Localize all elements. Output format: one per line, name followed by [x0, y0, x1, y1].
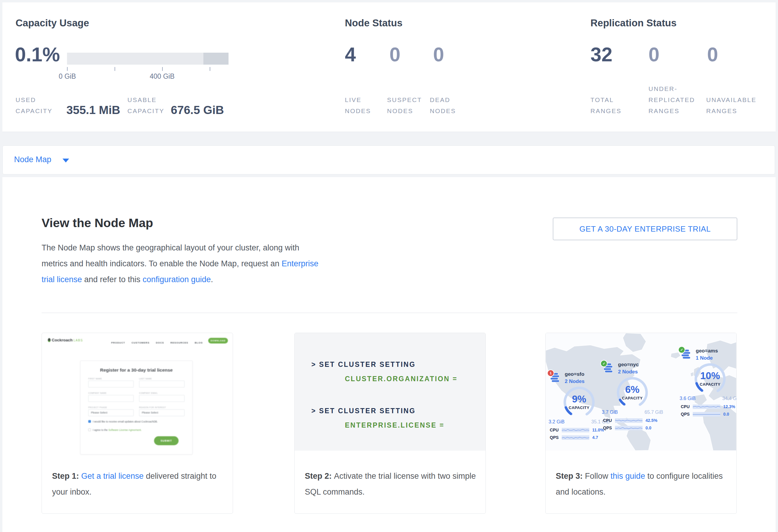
mini-nav-docs: DOCS	[156, 341, 164, 344]
cpu-value: 12.3%	[723, 404, 735, 409]
usable-capacity-value: 676.5 GiB	[171, 103, 224, 117]
mini-nav-customers: CUSTOMERS	[132, 341, 150, 344]
qps-sparkline-icon	[615, 426, 642, 430]
mini-nav-product: PRODUCT	[111, 341, 125, 344]
qps-value: 4.7	[592, 435, 598, 440]
used-capacity: 3.6 GiB	[680, 396, 695, 401]
locality-name: geo=sfo	[565, 371, 585, 377]
mini-download-button: DOWNLOAD	[208, 338, 228, 344]
cpu-sparkline-icon	[615, 418, 642, 423]
qps-sparkline-icon	[562, 435, 589, 440]
mini-field-label: COMPANY NAME	[88, 392, 106, 394]
node-map-dropdown-label[interactable]: Node Map	[14, 155, 52, 164]
node-map-view-selector[interactable]: Node Map	[2, 145, 775, 174]
configuration-guide-link[interactable]: configuration guide	[143, 275, 211, 284]
locality-node-count: 2 Nodes	[618, 369, 638, 375]
mini-last-name-input	[139, 381, 184, 387]
mini-site-nav: PRODUCT CUSTOMERS DOCS RESOURCES BLOG	[106, 339, 203, 345]
capacity-axis-tick	[67, 67, 68, 71]
step-1-card: CockroachLABS PRODUCT CUSTOMERS DOCS RES…	[42, 333, 233, 514]
used-capacity-label: USED CAPACITY	[15, 94, 52, 117]
node-map-description: The Node Map shows the geographical layo…	[42, 240, 319, 288]
replication-status-title: Replication Status	[591, 17, 677, 29]
capacity-axis-tick	[114, 67, 115, 71]
database-nodes-icon: 1	[550, 373, 562, 383]
capacity-usage-title: Capacity Usage	[15, 17, 89, 29]
sql-cluster-organization: CLUSTER.ORGANIZATION =	[345, 375, 458, 383]
live-nodes-label: LIVE NODES	[345, 94, 371, 117]
qps-value: 0.0	[645, 426, 651, 430]
chevron-down-icon	[63, 159, 69, 162]
used-capacity: 3.7 GiB	[602, 409, 618, 415]
used-capacity-value: 355.1 MiB	[66, 103, 120, 117]
capacity-axis-label-400: 400 GiB	[141, 72, 183, 80]
locality-node-count: 2 Nodes	[565, 379, 585, 384]
page-title: View the Node Map	[42, 216, 153, 230]
mini-field-label: LAST NAME	[139, 378, 152, 380]
mini-project-phase-select: Please Select	[88, 409, 134, 416]
sql-set-cluster-setting-1: > SET CLUSTER SETTING	[311, 361, 416, 369]
step-3-card: 1 geo=sfo 2 Nodes 9% CAPACITY 3.2 GiB 35…	[545, 333, 737, 514]
capacity-gauge: 10% CAPACITY	[694, 362, 726, 395]
node-map-enterprise-section: View the Node Map The Node Map shows the…	[2, 177, 776, 532]
mini-license-agree-checkbox: I agree to the Software License Agreemen…	[88, 429, 142, 432]
dead-node-badge: 1	[547, 370, 554, 377]
mini-site-header: CockroachLABS PRODUCT CUSTOMERS DOCS RES…	[48, 338, 228, 345]
node-map-preview: 1 geo=sfo 2 Nodes 9% CAPACITY 3.2 GiB 35…	[546, 333, 736, 451]
capacity-axis-label-0: 0 GiB	[46, 72, 88, 80]
enterprise-trial-license-link[interactable]: Enterprise	[282, 259, 319, 268]
cluster-summary-panel: Capacity Usage 0.1% 0 GiB 400 GiB USED C…	[2, 2, 776, 132]
healthy-node-badge: ✓	[600, 360, 608, 367]
healthy-node-badge: ✓	[678, 346, 685, 353]
node-status-title: Node Status	[345, 17, 403, 29]
checkbox-empty-icon	[88, 429, 91, 431]
total-capacity: 34.4 GiB	[722, 396, 737, 401]
mini-field-label: COMPANY EMAIL	[139, 392, 158, 394]
usable-capacity-label: USABLE CAPACITY	[128, 94, 164, 117]
mini-nav-resources: RESOURCES	[170, 341, 188, 344]
locality-name: geo=ams	[696, 348, 718, 354]
trial-license-form: Register for a 30-day trial license FIRS…	[80, 361, 192, 455]
description-line-2: metrics and health indicators. To enable…	[42, 259, 282, 268]
register-page-screenshot: CockroachLABS PRODUCT CUSTOMERS DOCS RES…	[42, 333, 233, 465]
capacity-axis-tick	[210, 67, 210, 71]
unavailable-ranges-label: UNAVAILABLE RANGES	[706, 94, 757, 117]
get-trial-license-link[interactable]: Get a trial license	[81, 471, 144, 480]
capacity-bar	[67, 53, 229, 65]
mini-software-license-link: Software License Agreement.	[108, 429, 142, 432]
used-capacity: 3.2 GiB	[549, 419, 564, 425]
dead-nodes-label: DEAD NODES	[430, 94, 456, 117]
mini-field-label: PROJECT PHASE	[88, 406, 107, 408]
locality-name: geo=nyc	[618, 362, 639, 368]
under-replicated-ranges-label: UNDER- REPLICATED RANGES	[648, 83, 695, 117]
step-2-caption: Step 2: Activate the trial license with …	[305, 468, 476, 500]
mini-email-updates-checkbox: I would like to receive email updates ab…	[88, 420, 158, 423]
total-ranges-value: 32	[591, 44, 612, 66]
unavailable-ranges-value: 0	[707, 44, 718, 66]
capacity-percent: 0.1%	[15, 44, 60, 66]
mini-company-email-input	[139, 395, 184, 402]
step-2-card: > SET CLUSTER SETTING CLUSTER.ORGANIZATI…	[294, 333, 486, 514]
step-3-caption: Step 3: Follow this guide to configure l…	[556, 468, 727, 500]
qps-value: 0.0	[723, 412, 729, 416]
this-guide-link[interactable]: this guide	[611, 471, 645, 480]
cpu-value: 11.0%	[592, 428, 604, 432]
description-line-1: The Node Map shows the geographical layo…	[42, 243, 299, 252]
mini-field-label: FIRST NAME	[88, 378, 102, 380]
cpu-value: 42.5%	[645, 418, 657, 423]
capacity-gauge: 9% CAPACITY	[563, 386, 596, 419]
description-line-3: and refer to this	[82, 275, 143, 284]
dead-nodes-value: 0	[433, 44, 444, 66]
mini-first-name-input	[88, 381, 134, 387]
capacity-gauge: 6% CAPACITY	[616, 376, 649, 409]
cpu-sparkline-icon	[562, 428, 589, 432]
sql-commands-panel: > SET CLUSTER SETTING CLUSTER.ORGANIZATI…	[295, 333, 485, 451]
under-replicated-ranges-value: 0	[648, 44, 659, 66]
qps-sparkline-icon	[693, 412, 720, 416]
total-ranges-label: TOTAL RANGES	[591, 94, 622, 117]
sql-enterprise-license: ENTERPRISE.LICENSE =	[345, 421, 445, 429]
live-nodes-value: 4	[345, 44, 356, 66]
get-enterprise-trial-button[interactable]: GET A 30-DAY ENTERPRISE TRIAL	[553, 218, 737, 240]
enterprise-trial-license-link[interactable]: trial license	[42, 275, 82, 284]
locality-node-count: 1 Node	[696, 355, 713, 361]
